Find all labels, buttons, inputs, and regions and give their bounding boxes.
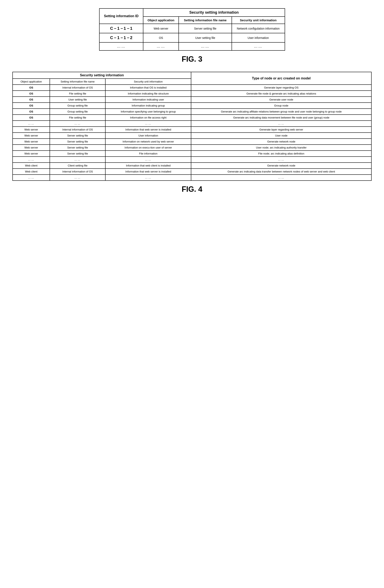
fig4-security-label: Security setting information xyxy=(80,73,124,77)
fig4-security-cell: User information xyxy=(105,133,191,139)
fig3-file-cell: …… xyxy=(179,42,231,50)
fig4-security-cell: Information on file access right xyxy=(105,115,191,121)
fig3-setting-file-header: Setting information file name xyxy=(179,17,231,24)
fig4-type-cell: …… xyxy=(191,157,371,163)
fig4-security-cell: Information indicating user xyxy=(105,97,191,103)
fig4-app-cell: OS xyxy=(13,109,50,115)
fig4-row: Web serverInternal information of OSInfo… xyxy=(13,126,371,133)
fig4-security-cell: Information indicating group xyxy=(105,103,191,109)
fig4-security-cell: Information that web server is installed xyxy=(105,168,191,175)
fig4-app-cell: Web server xyxy=(13,150,50,157)
fig4-setting-file-label: Setting information file name xyxy=(60,80,95,83)
fig4-type-cell: File node; arc indicating alias definiti… xyxy=(191,150,371,157)
fig4-file-cell: Server setting file xyxy=(50,145,105,150)
fig4-row: Web clientClient setting fileInformation… xyxy=(13,163,371,168)
fig4-type-cell: …… xyxy=(191,175,371,181)
fig4-type-cell: …… xyxy=(191,121,371,126)
fig4-type-cell: Generate file node & generate arc indica… xyxy=(191,91,371,97)
fig3-id-cell: C－1－1－1 xyxy=(99,24,143,33)
fig4-file-cell: Server setting file xyxy=(50,150,105,157)
fig4-security-cell: Information specifying user belonging to… xyxy=(105,109,191,115)
fig4-row: OSGroup setting fileInformation specifyi… xyxy=(13,109,371,115)
fig4-security-cell: Information that web server is installed xyxy=(105,126,191,133)
fig4-file-cell: Group setting file xyxy=(50,109,105,115)
fig4-file-cell: Internal information of OS xyxy=(50,168,105,175)
fig4-file-cell: …… xyxy=(50,175,105,181)
fig4-row: OSGroup setting fileInformation indicati… xyxy=(13,103,371,109)
fig4-security-cell: Information indicating file structure xyxy=(105,91,191,97)
fig4-app-cell: Web server xyxy=(13,126,50,133)
fig4-app-cell: Web server xyxy=(13,145,50,150)
fig3-label: FIG. 3 xyxy=(12,55,372,63)
fig4-setting-file-header: Setting information file name xyxy=(50,79,105,84)
fig4-type-cell: Generate arc indicating data movement be… xyxy=(191,115,371,121)
fig3-app-cell: OS xyxy=(143,33,179,42)
fig4-label: FIG. 4 xyxy=(12,185,372,194)
fig4-row: …………………… xyxy=(13,157,371,163)
fig4-type-cell: Group node xyxy=(191,103,371,109)
fig3-security-cell: User information xyxy=(232,33,285,42)
fig4-file-cell: File setting file xyxy=(50,115,105,121)
fig4-object-app-header: Object application xyxy=(13,79,50,84)
fig4-app-cell: Web client xyxy=(13,168,50,175)
fig3-app-cell: …… xyxy=(143,42,179,50)
fig3-row: C－1－1－1Web serverServer setting fileNetw… xyxy=(99,24,285,33)
fig3-setting-id-header: Setting information ID xyxy=(99,8,143,24)
fig3-security-unit-header: Security unit information xyxy=(232,17,285,24)
fig4-type-cell: Generate arc indicating data transfer be… xyxy=(191,168,371,175)
fig3-security-header: Security setting information xyxy=(143,8,285,17)
fig4-app-cell: Web server xyxy=(13,139,50,145)
fig4-file-cell: Internal information of OS xyxy=(50,84,105,91)
fig4-type-cell: Generate network node xyxy=(191,163,371,168)
fig3-table: Setting information ID Security setting … xyxy=(99,8,285,51)
fig4-app-cell: OS xyxy=(13,103,50,109)
fig4-row: …………………… xyxy=(13,121,371,126)
fig4-app-cell: Web client xyxy=(13,163,50,168)
fig4-app-cell: OS xyxy=(13,91,50,97)
fig4-security-unit-label: Security unit information xyxy=(134,80,163,83)
security-header-label: Security setting information xyxy=(189,10,239,15)
fig4-row: Web serverServer setting fileInformation… xyxy=(13,145,371,150)
fig4-file-cell: Server setting file xyxy=(50,133,105,139)
fig4-file-cell: Internal information of OS xyxy=(50,126,105,133)
fig4-row: OSFile setting fileInformation on file a… xyxy=(13,115,371,121)
setting-file-label: Setting information file name xyxy=(184,19,227,22)
fig3-security-cell: Network configulation information xyxy=(232,24,285,33)
fig3-row: C－1－1－2OSUser setting fileUser informati… xyxy=(99,33,285,42)
fig3-file-cell: User setting file xyxy=(179,33,231,42)
fig4-row: Web serverServer setting fileFile inform… xyxy=(13,150,371,157)
fig3-object-app-header: Object application xyxy=(143,17,179,24)
fig4-file-cell: Client setting file xyxy=(50,163,105,168)
fig4-type-cell: Generate arc indicating affiliate relati… xyxy=(191,109,371,115)
fig4-row: OSInternal information of OSInformation … xyxy=(13,84,371,91)
fig3-security-cell: …… xyxy=(232,42,285,50)
fig4-file-cell: File setting file xyxy=(50,91,105,97)
fig3-section: Setting information ID Security setting … xyxy=(12,8,372,63)
fig4-type-cell: Generate layer regarding web server xyxy=(191,126,371,133)
fig4-security-cell: Information on network used by web serve… xyxy=(105,139,191,145)
fig4-type-header: Type of node or arc created on model xyxy=(191,72,371,84)
fig4-app-cell: Web server xyxy=(13,133,50,139)
fig4-type-cell: User node; arc indicating authority tran… xyxy=(191,145,371,150)
fig4-security-cell: Information that OS is installed xyxy=(105,84,191,91)
fig4-security-unit-header: Security unit information xyxy=(105,79,191,84)
fig4-row: Web serverServer setting fileInformation… xyxy=(13,139,371,145)
fig4-type-label: Type of node or arc created on model xyxy=(252,77,311,80)
fig4-type-cell: Generate user node xyxy=(191,97,371,103)
fig4-type-cell: User node xyxy=(191,133,371,139)
fig3-id-cell: …… xyxy=(99,42,143,50)
fig4-security-cell: …… xyxy=(105,121,191,126)
fig4-row: OSUser setting fileInformation indicatin… xyxy=(13,97,371,103)
fig4-security-cell: …… xyxy=(105,157,191,163)
fig4-row: Web serverServer setting fileUser inform… xyxy=(13,133,371,139)
fig3-file-cell: Server setting file xyxy=(179,24,231,33)
security-unit-label: Security unit information xyxy=(240,19,277,22)
fig4-app-cell: OS xyxy=(13,97,50,103)
fig4-object-app-label: Object application xyxy=(21,80,42,83)
fig4-app-cell: OS xyxy=(13,115,50,121)
fig4-section: Security setting information Type of nod… xyxy=(12,72,372,194)
fig4-app-cell: OS xyxy=(13,84,50,91)
fig4-row: OSFile setting fileInformation indicatin… xyxy=(13,91,371,97)
fig4-type-cell: Generate network node xyxy=(191,139,371,145)
fig4-row: Web clientInternal information of OSInfo… xyxy=(13,168,371,175)
